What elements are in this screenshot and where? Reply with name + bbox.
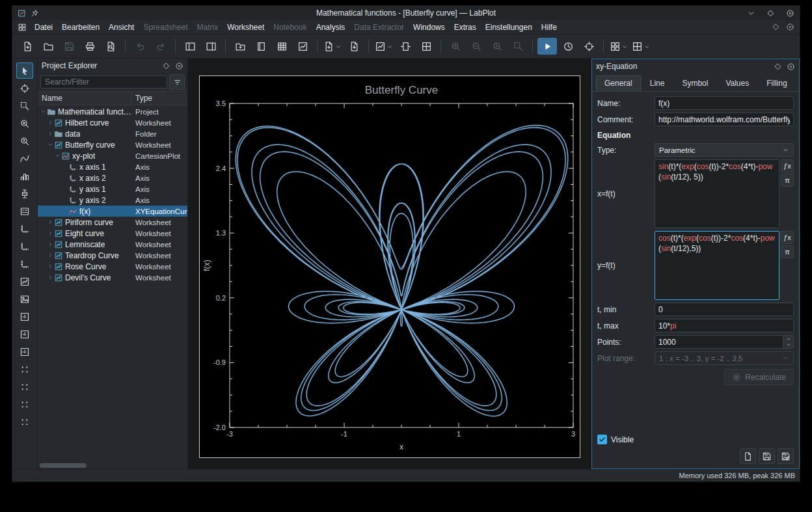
new-project-button[interactable] — [18, 38, 37, 55]
tree-row-x-axis-2[interactable]: x axis 2Axis — [38, 172, 187, 183]
tree-row-devil-s-curve[interactable]: Devil's CurveWorksheet — [38, 272, 187, 283]
tree-row-xy-plot[interactable]: xy-plotCartesianPlot — [38, 150, 187, 161]
zoom-select-button[interactable] — [508, 38, 528, 55]
navigate-mode-button[interactable] — [558, 38, 578, 55]
zoom-y-select-tool-button[interactable] — [16, 133, 33, 149]
zoom-fit-page-button[interactable] — [396, 38, 415, 55]
zoom-select-mode-button[interactable] — [579, 38, 599, 55]
expander-collapsed-icon[interactable] — [47, 252, 53, 259]
search-input[interactable] — [40, 75, 167, 88]
close-dock-icon[interactable] — [175, 62, 183, 70]
menu-icon[interactable] — [18, 23, 27, 32]
load-template-button[interactable] — [740, 448, 756, 464]
scrollbar-thumb[interactable] — [40, 463, 87, 468]
y-equation-input[interactable]: cos(t)*(exp(cos(t))-2*cos(4*t)-pow(sin(t… — [655, 231, 779, 300]
plot-range-select[interactable]: 1 : x = -3 .. 3, y = -2 .. 3,5 — [655, 351, 794, 365]
horizontal-scrollbar[interactable] — [38, 461, 187, 469]
worksheet-page[interactable]: Butterfly Curve-3-1133.52.41.30.2-0.9-2.… — [199, 75, 580, 458]
view-mode-button[interactable] — [416, 38, 436, 55]
equation-type-select[interactable]: Parametric — [655, 143, 794, 157]
expander-collapsed-icon[interactable] — [47, 230, 53, 237]
recalculate-button[interactable]: Recalculate — [724, 369, 794, 385]
new-workbook-button[interactable] — [251, 38, 271, 55]
expander-collapsed-icon[interactable] — [47, 131, 53, 137]
undo-button[interactable] — [130, 38, 150, 55]
print-button[interactable] — [80, 38, 100, 55]
print-preview-button[interactable] — [101, 38, 120, 55]
zoom-in-button[interactable] — [446, 38, 465, 55]
tree-row-mathematical-functions[interactable]: Mathematical functionsProject — [38, 106, 187, 117]
points-input[interactable] — [655, 335, 794, 349]
menu-extras[interactable]: Extras — [450, 21, 481, 33]
expander-expanded-icon[interactable] — [47, 142, 53, 148]
tab-symbol[interactable]: Symbol — [673, 75, 716, 91]
expander-collapsed-icon[interactable] — [47, 263, 53, 270]
name-input[interactable] — [655, 96, 794, 110]
expander-expanded-icon[interactable] — [54, 153, 61, 159]
select-and-edit-mode-button[interactable] — [537, 38, 557, 55]
pointer-tool-button[interactable] — [16, 62, 33, 79]
column-type[interactable]: Type — [131, 94, 187, 103]
tab-values[interactable]: Values — [717, 75, 757, 91]
tree-row-x-axis-1[interactable]: x axis 1Axis — [38, 161, 187, 172]
menu-ansicht[interactable]: Ansicht — [104, 21, 139, 33]
menu-einstellungen[interactable]: Einstellungen — [481, 21, 537, 33]
export-worksheet-button[interactable] — [373, 38, 394, 55]
manage-templates-button[interactable] — [778, 448, 794, 464]
insert-function-button[interactable]: ƒx — [781, 159, 794, 172]
cartesian-plot-add-button[interactable] — [608, 38, 629, 55]
expander-collapsed-icon[interactable] — [47, 219, 53, 226]
tree-row-teardrop-curve[interactable]: Teardrop CurveWorksheet — [38, 250, 187, 261]
zoom-select-tool-button[interactable] — [16, 98, 33, 114]
new-folder-button[interactable] — [230, 38, 250, 55]
add-vertical-axis-tool-button[interactable] — [16, 238, 33, 254]
add-plot-tool-button[interactable] — [16, 273, 33, 290]
save-project-button[interactable] — [59, 38, 79, 55]
add-legend-tool-button[interactable] — [16, 203, 33, 219]
menu-analysis[interactable]: Analysis — [312, 21, 350, 33]
insert-constant-button[interactable]: π — [781, 245, 794, 258]
cartesian-plot-mouse-mode-button[interactable] — [630, 38, 651, 55]
tree-row-lemniscate[interactable]: LemniscateWorksheet — [38, 239, 187, 250]
float-dock-icon[interactable] — [162, 62, 170, 70]
add-custom-axis-tool-button[interactable] — [16, 256, 33, 272]
redo-button[interactable] — [151, 38, 170, 55]
zoom-out-button[interactable] — [467, 38, 486, 55]
filter-options-button[interactable] — [169, 74, 185, 90]
menu-bearbeiten[interactable]: Bearbeiten — [57, 21, 104, 33]
tmax-input[interactable]: 10*pi — [655, 319, 794, 332]
new-worksheet-button[interactable] — [293, 38, 312, 55]
menu-spreadsheet[interactable]: Spreadsheet — [139, 21, 192, 33]
comment-input[interactable] — [655, 113, 794, 126]
tree-row-f-x-[interactable]: f(x)XYEquationCurve — [38, 206, 187, 217]
menu-notebook[interactable]: Notebook — [269, 21, 311, 33]
expander-collapsed-icon[interactable] — [47, 275, 53, 281]
expander-expanded-icon[interactable] — [40, 109, 46, 115]
zoom-x-select-tool-button[interactable] — [16, 115, 33, 131]
menu-windows[interactable]: Windows — [409, 21, 450, 33]
add-boxplot-tool-button[interactable] — [16, 185, 33, 202]
tree-row-y-axis-2[interactable]: y axis 2Axis — [38, 195, 187, 206]
points-decrement-button[interactable] — [783, 342, 793, 349]
new-spreadsheet-button[interactable] — [272, 38, 291, 55]
tree-row-piriform-curve[interactable]: Piriform curveWorksheet — [38, 217, 187, 228]
titlebar[interactable]: Mathematical functions - [Butterfly curv… — [12, 6, 800, 20]
float-dock-icon[interactable] — [774, 62, 782, 71]
close-button[interactable] — [786, 9, 794, 18]
insert-constant-button[interactable]: π — [781, 174, 794, 187]
minimize-button[interactable] — [747, 9, 755, 18]
maximize-button[interactable] — [766, 9, 775, 18]
shift-up-y-tool-button[interactable] — [16, 414, 33, 430]
tree-row-y-axis-1[interactable]: y axis 1Axis — [38, 183, 187, 195]
tab-general[interactable]: General — [596, 75, 641, 91]
menu-datei[interactable]: Datei — [30, 21, 57, 33]
worksheet-view[interactable]: Butterfly Curve-3-1133.52.41.30.2-0.9-2.… — [188, 59, 591, 469]
subwindow-close-button[interactable] — [786, 23, 794, 31]
auto-scale-x-tool-button[interactable] — [16, 326, 33, 342]
auto-scale-tool-button[interactable] — [16, 308, 33, 325]
tree-row-rose-curve[interactable]: Rose CurveWorksheet — [38, 261, 187, 272]
tree-row-butterfly-curve[interactable]: Butterfly curveWorksheet — [38, 139, 187, 150]
zoom-out-plot-tool-button[interactable] — [16, 379, 33, 395]
add-new-button[interactable] — [322, 38, 343, 55]
open-project-button[interactable] — [38, 38, 58, 55]
